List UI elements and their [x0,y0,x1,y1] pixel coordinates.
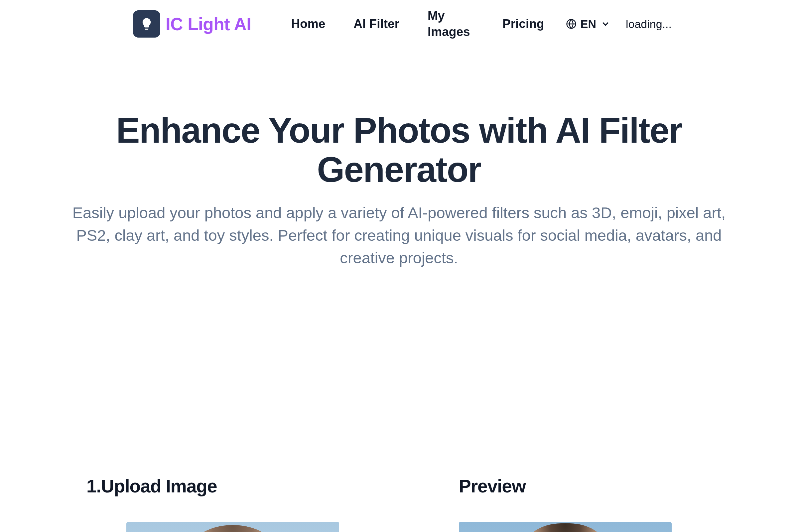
chevron-down-icon [600,19,611,29]
hero-subtitle: Easily upload your photos and apply a va… [63,202,735,269]
preview-heading: Preview [459,475,711,497]
preview-column: Preview [419,475,711,532]
upload-column: 1.Upload Image [87,475,379,532]
language-code: EN [581,18,596,31]
nav-home[interactable]: Home [291,16,325,32]
brand-name: IC Light AI [166,14,251,34]
nav-pricing[interactable]: Pricing [502,16,544,32]
globe-icon [566,19,576,29]
loading-status: loading... [626,18,672,31]
nav-my-images[interactable]: My Images [428,8,474,40]
hero-section: Enhance Your Photos with AI Filter Gener… [0,48,798,296]
brand-logo-icon [133,10,160,38]
hero-title: Enhance Your Photos with AI Filter Gener… [60,111,738,189]
nav-ai-filter[interactable]: AI Filter [354,16,399,32]
main-header: IC Light AI Home AI Filter My Images Pri… [0,0,798,48]
main-nav: Home AI Filter My Images Pricing [291,8,544,40]
upload-image-preview[interactable] [126,522,339,532]
logo-section[interactable]: IC Light AI [133,10,251,38]
header-right: EN loading... [566,18,672,31]
upload-heading: 1.Upload Image [87,475,379,497]
language-selector[interactable]: EN [566,18,611,31]
lightbulb-icon [140,17,154,31]
content-section: 1.Upload Image Preview [0,296,798,532]
preview-image-output [459,522,672,532]
